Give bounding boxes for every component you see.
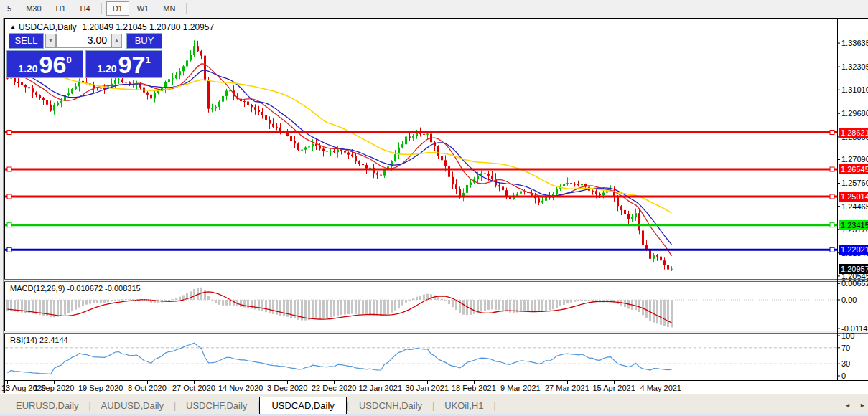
- one-click-trade-panel: SELL ▼ 3.00 ▲ BUY 1.20 96 0 1.20 97 1: [6, 33, 163, 78]
- macd-histogram-bar: [225, 300, 228, 306]
- macd-histogram-bar: [520, 300, 522, 312]
- price-axis-tick-label: 1.24465: [841, 202, 868, 211]
- tab-usdchf[interactable]: USDCHF,Daily: [176, 397, 257, 414]
- tab-scroll-left-icon[interactable]: ◄: [844, 402, 851, 409]
- macd-histogram-bar: [531, 300, 533, 311]
- candle-body: [441, 156, 443, 160]
- candle-body: [635, 213, 637, 217]
- macd-histogram-bar: [207, 296, 210, 300]
- sell-price-box[interactable]: 1.20 96 0: [6, 50, 83, 78]
- candle-body: [225, 91, 228, 96]
- price-axis-tick-label: 1.31010: [841, 85, 868, 94]
- volume-input[interactable]: 3.00: [56, 34, 111, 48]
- candle-body: [258, 110, 260, 112]
- candle-body: [276, 127, 278, 128]
- candle-body: [175, 75, 177, 78]
- candle-body: [477, 176, 479, 179]
- macd-histogram-bar: [265, 300, 267, 312]
- macd-histogram-bar: [376, 300, 378, 316]
- macd-histogram-bar: [100, 300, 102, 303]
- volume-increase-button[interactable]: ▲: [111, 34, 122, 48]
- macd-histogram-bar: [82, 300, 84, 306]
- candle-body: [452, 177, 454, 185]
- macd-histogram-bar: [71, 300, 73, 311]
- volume-decrease-button[interactable]: ▼: [45, 34, 56, 48]
- pane-splitter[interactable]: [4, 281, 868, 282]
- macd-histogram-bar: [663, 300, 666, 326]
- macd-histogram-bar: [319, 300, 321, 318]
- macd-histogram-bar: [322, 300, 325, 318]
- level-anchor[interactable]: [7, 131, 11, 135]
- level-price-tag: 1.23415: [839, 220, 868, 230]
- macd-histogram-bar: [215, 300, 217, 303]
- price-axis-tick-label: 1.27090: [841, 155, 868, 164]
- level-anchor[interactable]: [830, 131, 834, 135]
- candle-body: [114, 80, 116, 83]
- level-anchor[interactable]: [7, 247, 11, 252]
- macd-histogram-bar: [75, 300, 77, 310]
- collapse-triangle-icon[interactable]: ▲: [10, 24, 16, 30]
- macd-histogram-bar: [358, 300, 360, 314]
- tab-ukoil[interactable]: UKOil,H1: [434, 397, 493, 414]
- macd-histogram-bar: [556, 300, 558, 308]
- candle-body: [642, 230, 644, 245]
- candle-body: [139, 84, 141, 88]
- macd-axis-label: 0.006521: [841, 279, 868, 288]
- level-anchor[interactable]: [7, 194, 11, 199]
- candle-body: [362, 164, 364, 165]
- macd-histogram-bar: [283, 300, 285, 316]
- ma-line-slow: [8, 55, 672, 213]
- date-axis-label: 18 Feb 2021: [452, 384, 496, 392]
- tab-usdcad[interactable]: USDCAD,Daily: [259, 397, 346, 415]
- tab-usdcnh[interactable]: USDCNH,Daily: [349, 397, 432, 414]
- candle-body: [401, 144, 403, 147]
- candle-body: [556, 189, 558, 194]
- macd-histogram-bar: [552, 300, 554, 309]
- macd-histogram-bar: [383, 300, 386, 315]
- chart-symbol-label: USDCAD,Daily: [19, 22, 77, 32]
- macd-histogram-bar: [276, 300, 278, 315]
- tab-eurusd[interactable]: EURUSD,Daily: [6, 397, 88, 414]
- macd-histogram-bar: [491, 300, 493, 309]
- candle-body: [470, 183, 472, 185]
- candle-body: [638, 213, 640, 230]
- candle-body: [179, 71, 181, 75]
- tab-scroll-right-icon[interactable]: ►: [859, 402, 866, 409]
- level-anchor[interactable]: [830, 194, 834, 199]
- sell-button-label: SELL: [14, 35, 39, 47]
- level-anchor[interactable]: [7, 167, 11, 171]
- level-anchor[interactable]: [7, 223, 11, 227]
- level-anchor[interactable]: [830, 247, 834, 252]
- candle-body: [624, 210, 626, 214]
- sell-button[interactable]: SELL: [9, 33, 44, 49]
- candle-body: [272, 124, 274, 127]
- price-axis-line: [837, 19, 838, 380]
- rsi-axis-label: 100: [841, 331, 854, 340]
- macd-histogram-bar: [452, 300, 454, 307]
- candle-body: [448, 166, 450, 177]
- buy-button[interactable]: BUY: [126, 33, 162, 49]
- pane-splitter[interactable]: [4, 279, 868, 280]
- candle-body: [125, 82, 127, 82]
- date-axis-label: 27 Mar 2021: [545, 384, 589, 392]
- candle-body: [656, 255, 658, 257]
- pane-splitter[interactable]: [4, 331, 868, 331]
- candle-body: [566, 183, 569, 184]
- macd-histogram-bar: [541, 300, 543, 311]
- level-anchor[interactable]: [830, 167, 834, 171]
- candle-body: [358, 161, 360, 164]
- macd-histogram-bar: [559, 300, 561, 306]
- macd-histogram-bar: [64, 300, 66, 315]
- macd-histogram-bar: [667, 300, 669, 327]
- macd-histogram-bar: [638, 300, 640, 312]
- pane-splitter[interactable]: [4, 331, 868, 333]
- pane-splitter[interactable]: [4, 280, 868, 281]
- macd-histogram-bar: [222, 300, 224, 306]
- buy-price-box[interactable]: 1.20 97 1: [85, 50, 162, 78]
- candle-body: [391, 161, 393, 166]
- pane-splitter[interactable]: [4, 333, 868, 334]
- level-anchor[interactable]: [830, 223, 834, 227]
- macd-histogram-bar: [660, 300, 662, 325]
- tab-audusd[interactable]: AUDUSD,Daily: [91, 397, 174, 414]
- candle-body: [570, 183, 572, 184]
